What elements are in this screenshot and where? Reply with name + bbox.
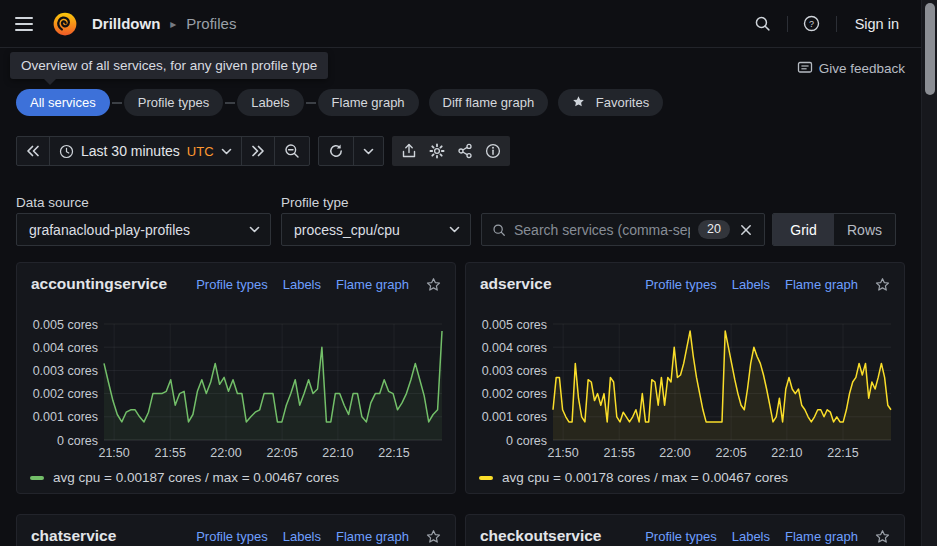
labels-link[interactable]: Labels bbox=[732, 277, 770, 292]
clear-search-button[interactable] bbox=[738, 222, 754, 238]
breadcrumb-separator-icon: ▸ bbox=[170, 17, 176, 31]
grafana-logo-icon[interactable] bbox=[52, 11, 78, 37]
time-range-picker-button[interactable]: Last 30 minutes UTC bbox=[49, 137, 241, 165]
favorite-star-icon[interactable] bbox=[426, 277, 441, 292]
tab-separator bbox=[225, 102, 235, 104]
layout-grid-option[interactable]: Grid bbox=[773, 214, 834, 245]
gear-icon bbox=[429, 143, 445, 159]
profile-types-link[interactable]: Profile types bbox=[196, 277, 268, 292]
svg-text:?: ? bbox=[809, 19, 814, 29]
tab-tooltip: Overview of all services, for any given … bbox=[10, 52, 328, 79]
profile-type-select[interactable]: process_cpu/cpu bbox=[281, 213, 471, 246]
labels-link[interactable]: Labels bbox=[283, 529, 321, 544]
refresh-button[interactable] bbox=[319, 137, 353, 165]
services-count-badge: 20 bbox=[698, 220, 730, 240]
tab-profile-types[interactable]: Profile types bbox=[124, 89, 224, 116]
panel-links: Profile types Labels Flame graph bbox=[645, 529, 890, 544]
layout-rows-option[interactable]: Rows bbox=[834, 214, 895, 245]
svg-text:21:50: 21:50 bbox=[547, 446, 578, 460]
svg-text:0.001 cores: 0.001 cores bbox=[482, 410, 547, 424]
flame-graph-link[interactable]: Flame graph bbox=[336, 529, 409, 544]
favorites-label: Favorites bbox=[596, 95, 649, 110]
datasource-value: grafanacloud-play-profiles bbox=[29, 222, 190, 238]
labels-link[interactable]: Labels bbox=[283, 277, 321, 292]
feedback-comment-icon bbox=[797, 60, 813, 76]
svg-text:0.005 cores: 0.005 cores bbox=[482, 318, 547, 332]
export-button[interactable] bbox=[396, 138, 422, 164]
search-button[interactable] bbox=[749, 10, 777, 38]
time-shift-forward-button[interactable] bbox=[241, 137, 274, 165]
svg-text:22:15: 22:15 bbox=[827, 446, 858, 460]
favorite-star-icon[interactable] bbox=[426, 529, 441, 544]
profile-type-value: process_cpu/cpu bbox=[294, 222, 400, 238]
datasource-label: Data source bbox=[16, 195, 89, 210]
profile-types-link[interactable]: Profile types bbox=[196, 529, 268, 544]
hamburger-menu-button[interactable] bbox=[10, 10, 38, 38]
tab-diff-flame-graph[interactable]: Diff flame graph bbox=[429, 89, 549, 116]
time-range-label: Last 30 minutes bbox=[81, 143, 180, 159]
refresh-interval-dropdown-button[interactable] bbox=[353, 137, 383, 165]
legend-label[interactable]: avg cpu = 0.00178 cores / max = 0.00467 … bbox=[502, 470, 788, 485]
services-search: 20 bbox=[481, 213, 765, 246]
svg-text:21:50: 21:50 bbox=[98, 446, 129, 460]
favorite-star-icon[interactable] bbox=[875, 277, 890, 292]
svg-text:21:55: 21:55 bbox=[155, 446, 186, 460]
top-nav: Drilldown ▸ Profiles ? Sign in bbox=[0, 0, 921, 48]
svg-text:22:15: 22:15 bbox=[378, 446, 409, 460]
service-panel-adservice: adservice Profile types Labels Flame gra… bbox=[465, 262, 905, 494]
layout-toggle: Grid Rows bbox=[772, 213, 896, 246]
breadcrumb-drilldown[interactable]: Drilldown bbox=[92, 15, 160, 32]
labels-link[interactable]: Labels bbox=[732, 529, 770, 544]
panel-links: Profile types Labels Flame graph bbox=[645, 277, 890, 292]
datasource-select[interactable]: grafanacloud-play-profiles bbox=[16, 213, 271, 246]
tab-separator bbox=[112, 102, 122, 104]
help-button[interactable]: ? bbox=[798, 10, 826, 38]
flame-graph-link[interactable]: Flame graph bbox=[336, 277, 409, 292]
svg-text:0.001 cores: 0.001 cores bbox=[33, 410, 98, 424]
time-zoom-out-button[interactable] bbox=[274, 137, 309, 165]
page-scrollbar[interactable] bbox=[921, 0, 937, 546]
tooltip-text: Overview of all services, for any given … bbox=[21, 58, 317, 73]
breadcrumb-profiles[interactable]: Profiles bbox=[186, 15, 236, 32]
search-icon bbox=[492, 223, 506, 237]
svg-text:0.002 cores: 0.002 cores bbox=[482, 387, 547, 401]
settings-button[interactable] bbox=[424, 138, 450, 164]
favorite-star-icon[interactable] bbox=[875, 529, 890, 544]
service-panel-checkoutservice: checkoutservice Profile types Labels Fla… bbox=[465, 514, 905, 546]
panel-links: Profile types Labels Flame graph bbox=[196, 529, 441, 544]
flame-graph-link[interactable]: Flame graph bbox=[785, 277, 858, 292]
services-search-input[interactable] bbox=[514, 222, 690, 238]
time-picker-group: Last 30 minutes UTC bbox=[16, 136, 310, 166]
double-chevron-left-icon bbox=[26, 145, 40, 157]
info-icon bbox=[485, 143, 501, 159]
chevron-down-icon bbox=[363, 148, 374, 155]
profile-types-link[interactable]: Profile types bbox=[645, 277, 717, 292]
tab-flame-graph[interactable]: Flame graph bbox=[318, 89, 419, 116]
legend-swatch bbox=[30, 476, 44, 480]
chevron-down-icon bbox=[221, 148, 232, 155]
breadcrumb: Drilldown ▸ Profiles bbox=[92, 15, 236, 32]
timezone-label: UTC bbox=[187, 144, 214, 159]
sign-in-button[interactable]: Sign in bbox=[847, 16, 907, 32]
svg-text:0 cores: 0 cores bbox=[506, 434, 547, 448]
tab-all-services[interactable]: All services bbox=[16, 89, 110, 116]
legend-label[interactable]: avg cpu = 0.00187 cores / max = 0.00467 … bbox=[53, 470, 339, 485]
flame-graph-link[interactable]: Flame graph bbox=[785, 529, 858, 544]
svg-text:0 cores: 0 cores bbox=[57, 434, 98, 448]
share-alt-icon bbox=[457, 143, 473, 159]
tab-favorites[interactable]: Favorites bbox=[558, 89, 663, 116]
give-feedback-link[interactable]: Give feedback bbox=[797, 60, 905, 76]
svg-text:0.003 cores: 0.003 cores bbox=[33, 364, 98, 378]
share-button[interactable] bbox=[452, 138, 478, 164]
cpu-usage-chart[interactable]: 0 cores0.001 cores0.002 cores0.003 cores… bbox=[19, 306, 453, 464]
svg-text:0.004 cores: 0.004 cores bbox=[482, 341, 547, 355]
profile-types-link[interactable]: Profile types bbox=[645, 529, 717, 544]
tab-labels[interactable]: Labels bbox=[237, 89, 303, 116]
search-icon bbox=[754, 15, 771, 32]
info-button[interactable] bbox=[480, 138, 506, 164]
scrollbar-thumb[interactable] bbox=[925, 3, 935, 95]
tab-separator bbox=[306, 102, 316, 104]
time-shift-back-button[interactable] bbox=[17, 137, 49, 165]
topnav-divider bbox=[787, 16, 788, 32]
cpu-usage-chart[interactable]: 0 cores0.001 cores0.002 cores0.003 cores… bbox=[468, 306, 902, 464]
